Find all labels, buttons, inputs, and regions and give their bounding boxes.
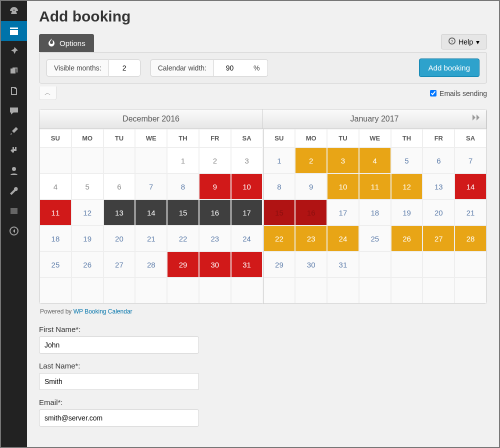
calendar-day[interactable]: 3 bbox=[327, 148, 359, 174]
calendar-day[interactable]: 3 bbox=[231, 148, 263, 174]
calendar-day[interactable]: 26 bbox=[72, 252, 104, 278]
users-icon[interactable] bbox=[1, 161, 27, 181]
calendar-day[interactable]: 18 bbox=[40, 226, 72, 252]
calendar-day[interactable]: 27 bbox=[104, 252, 136, 278]
calendar-day bbox=[264, 278, 296, 304]
calendar-day[interactable]: 27 bbox=[422, 226, 454, 252]
dow-header: WE bbox=[359, 129, 391, 148]
calendar-day[interactable]: 15 bbox=[264, 200, 296, 226]
email-input[interactable] bbox=[39, 410, 199, 426]
calendar-day[interactable]: 18 bbox=[359, 200, 391, 226]
calendar-day[interactable]: 14 bbox=[454, 174, 486, 200]
calendar-day[interactable]: 20 bbox=[104, 226, 136, 252]
paintbrush-icon[interactable] bbox=[1, 121, 27, 141]
calendar-day[interactable]: 30 bbox=[199, 252, 231, 278]
calendar-day[interactable]: 12 bbox=[391, 174, 423, 200]
calendar-day[interactable]: 1 bbox=[167, 148, 199, 174]
calendar-day[interactable]: 14 bbox=[135, 200, 167, 226]
caret-down-icon: ▾ bbox=[476, 38, 480, 46]
calendar-day[interactable]: 5 bbox=[72, 174, 104, 200]
calendar-day[interactable]: 12 bbox=[72, 200, 104, 226]
calendar-day[interactable]: 6 bbox=[422, 148, 454, 174]
calendar-day[interactable]: 17 bbox=[327, 200, 359, 226]
calendar-month-jan: SUMOTUWETHFRSA12345678910111213141516171… bbox=[264, 129, 487, 304]
collapse-icon[interactable] bbox=[1, 221, 27, 241]
calendar-day[interactable]: 10 bbox=[327, 174, 359, 200]
calendar-day[interactable]: 13 bbox=[422, 174, 454, 200]
calendar-day[interactable]: 15 bbox=[167, 200, 199, 226]
calendar-day[interactable]: 26 bbox=[391, 226, 423, 252]
calendar-day[interactable]: 9 bbox=[199, 174, 231, 200]
calendar-day[interactable]: 2 bbox=[295, 148, 327, 174]
calendar-day[interactable]: 30 bbox=[295, 252, 327, 278]
options-tab[interactable]: Options bbox=[39, 34, 94, 52]
calendar-day bbox=[454, 252, 486, 278]
dashboard-icon[interactable] bbox=[1, 1, 27, 21]
calendar-day[interactable]: 1 bbox=[264, 148, 296, 174]
calendar-day bbox=[422, 252, 454, 278]
calendar-icon[interactable] bbox=[1, 21, 27, 41]
calendar-day[interactable]: 6 bbox=[104, 174, 136, 200]
calendar-day[interactable]: 7 bbox=[135, 174, 167, 200]
pages-icon[interactable] bbox=[1, 81, 27, 101]
visible-months-input[interactable] bbox=[108, 60, 140, 76]
calendar-width-unit[interactable]: % bbox=[246, 60, 268, 76]
calendar-day[interactable]: 4 bbox=[359, 148, 391, 174]
calendar-day[interactable]: 13 bbox=[104, 200, 136, 226]
settings-icon[interactable] bbox=[1, 201, 27, 221]
comments-icon[interactable] bbox=[1, 101, 27, 121]
calendar-day[interactable]: 9 bbox=[295, 174, 327, 200]
calendar-day bbox=[104, 148, 136, 174]
calendar-day[interactable]: 31 bbox=[327, 252, 359, 278]
main-content: Add booking Options ? Help ▾ Visible mon… bbox=[27, 1, 499, 447]
calendar-day[interactable]: 16 bbox=[295, 200, 327, 226]
calendar-width-input[interactable] bbox=[214, 60, 246, 76]
calendar-day[interactable]: 16 bbox=[199, 200, 231, 226]
calendar-day[interactable]: 19 bbox=[391, 200, 423, 226]
calendar-day bbox=[104, 278, 136, 304]
calendar-next-button[interactable] bbox=[472, 114, 482, 124]
calendar-day[interactable]: 8 bbox=[264, 174, 296, 200]
calendar-day[interactable]: 28 bbox=[454, 226, 486, 252]
last-name-input[interactable] bbox=[39, 373, 199, 390]
help-button[interactable]: ? Help ▾ bbox=[441, 34, 487, 50]
calendar-day[interactable]: 29 bbox=[167, 252, 199, 278]
dow-header: FR bbox=[199, 129, 231, 148]
calendar-day[interactable]: 5 bbox=[391, 148, 423, 174]
calendar-day[interactable]: 24 bbox=[327, 226, 359, 252]
calendar-day[interactable]: 10 bbox=[231, 174, 263, 200]
first-name-input[interactable] bbox=[39, 336, 199, 354]
calendar-day[interactable]: 29 bbox=[264, 252, 296, 278]
calendar-day[interactable]: 2 bbox=[199, 148, 231, 174]
calendar-day[interactable]: 21 bbox=[454, 200, 486, 226]
calendar-day[interactable]: 21 bbox=[135, 226, 167, 252]
calendar-day[interactable]: 8 bbox=[167, 174, 199, 200]
tools-icon[interactable] bbox=[1, 181, 27, 201]
calendar-day[interactable]: 24 bbox=[231, 226, 263, 252]
calendar-day[interactable]: 7 bbox=[454, 148, 486, 174]
calendar-day[interactable]: 17 bbox=[231, 200, 263, 226]
dow-header: WE bbox=[135, 129, 167, 148]
calendar-day[interactable]: 25 bbox=[359, 226, 391, 252]
add-booking-button[interactable]: Add booking bbox=[419, 58, 480, 77]
calendar-day[interactable]: 22 bbox=[264, 226, 296, 252]
emails-sending-checkbox[interactable]: Emails sending bbox=[430, 90, 487, 98]
calendar-day[interactable]: 25 bbox=[40, 252, 72, 278]
collapse-panel-button[interactable]: ︿ bbox=[39, 86, 56, 100]
calendar-day[interactable]: 4 bbox=[40, 174, 72, 200]
options-panel: Visible months: Calendar width: % Add bo… bbox=[39, 52, 487, 84]
pin-icon[interactable] bbox=[1, 41, 27, 61]
calendar-day[interactable]: 11 bbox=[359, 174, 391, 200]
calendar-day[interactable]: 20 bbox=[422, 200, 454, 226]
calendar-day[interactable]: 19 bbox=[72, 226, 104, 252]
calendar-day[interactable]: 31 bbox=[231, 252, 263, 278]
media-icon[interactable] bbox=[1, 61, 27, 81]
calendar-day[interactable]: 23 bbox=[295, 226, 327, 252]
calendar-day[interactable]: 28 bbox=[135, 252, 167, 278]
calendar-day[interactable]: 11 bbox=[40, 200, 72, 226]
page-title: Add booking bbox=[39, 8, 487, 25]
calendar-day[interactable]: 22 bbox=[167, 226, 199, 252]
calendar-day[interactable]: 23 bbox=[199, 226, 231, 252]
plugins-icon[interactable] bbox=[1, 141, 27, 161]
powered-by-link[interactable]: WP Booking Calendar bbox=[74, 308, 132, 315]
